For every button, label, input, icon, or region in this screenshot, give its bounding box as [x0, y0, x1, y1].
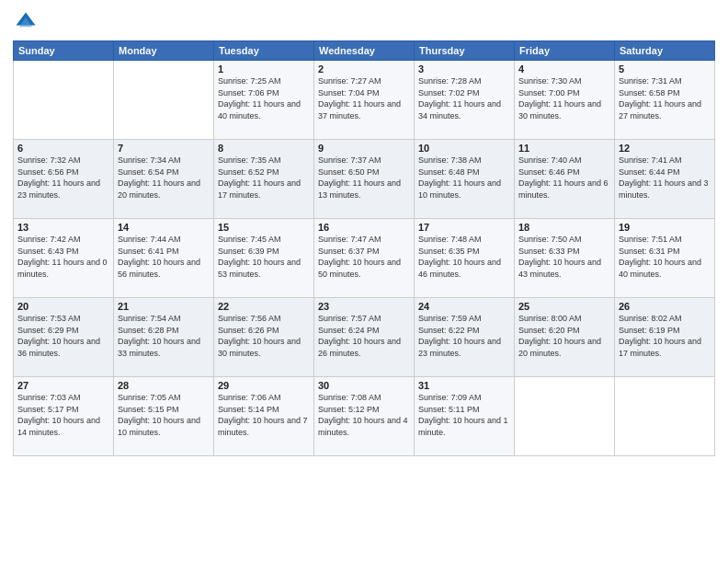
- day-number: 20: [17, 301, 109, 312]
- day-number: 30: [318, 380, 410, 391]
- day-number: 29: [218, 380, 310, 391]
- day-cell: 6Sunrise: 7:32 AM Sunset: 6:56 PM Daylig…: [14, 140, 114, 219]
- day-detail: Sunrise: 7:28 AM Sunset: 7:02 PM Dayligh…: [418, 75, 510, 121]
- day-cell: 7Sunrise: 7:34 AM Sunset: 6:54 PM Daylig…: [114, 140, 214, 219]
- day-cell: 20Sunrise: 7:53 AM Sunset: 6:29 PM Dayli…: [14, 298, 114, 377]
- day-cell: 30Sunrise: 7:08 AM Sunset: 5:12 PM Dayli…: [314, 377, 415, 456]
- day-cell: 14Sunrise: 7:44 AM Sunset: 6:41 PM Dayli…: [114, 219, 214, 298]
- day-detail: Sunrise: 7:03 AM Sunset: 5:17 PM Dayligh…: [17, 392, 109, 438]
- weekday-header-monday: Monday: [114, 41, 214, 61]
- day-number: 13: [17, 222, 109, 233]
- page: SundayMondayTuesdayWednesdayThursdayFrid…: [0, 0, 728, 563]
- day-detail: Sunrise: 7:31 AM Sunset: 6:58 PM Dayligh…: [619, 75, 711, 121]
- day-number: 24: [418, 301, 510, 312]
- day-detail: Sunrise: 7:56 AM Sunset: 6:26 PM Dayligh…: [218, 313, 310, 359]
- week-row-2: 6Sunrise: 7:32 AM Sunset: 6:56 PM Daylig…: [14, 140, 715, 219]
- weekday-header-tuesday: Tuesday: [214, 41, 314, 61]
- day-cell: 10Sunrise: 7:38 AM Sunset: 6:48 PM Dayli…: [415, 140, 515, 219]
- day-number: 31: [418, 380, 510, 391]
- day-number: 17: [418, 222, 510, 233]
- day-detail: Sunrise: 7:30 AM Sunset: 7:00 PM Dayligh…: [518, 75, 610, 121]
- day-detail: Sunrise: 7:38 AM Sunset: 6:48 PM Dayligh…: [418, 155, 510, 201]
- week-row-1: 1Sunrise: 7:25 AM Sunset: 7:06 PM Daylig…: [14, 61, 715, 140]
- calendar-table: SundayMondayTuesdayWednesdayThursdayFrid…: [13, 40, 715, 456]
- day-number: 4: [518, 63, 610, 75]
- day-number: 6: [17, 143, 109, 154]
- weekday-header-wednesday: Wednesday: [314, 41, 415, 61]
- day-cell: 28Sunrise: 7:05 AM Sunset: 5:15 PM Dayli…: [114, 377, 214, 456]
- logo: [13, 9, 42, 35]
- day-number: 11: [518, 143, 610, 154]
- day-cell: 1Sunrise: 7:25 AM Sunset: 7:06 PM Daylig…: [214, 61, 314, 140]
- day-detail: Sunrise: 7:42 AM Sunset: 6:43 PM Dayligh…: [17, 234, 109, 280]
- day-detail: Sunrise: 7:48 AM Sunset: 6:35 PM Dayligh…: [418, 234, 510, 280]
- day-number: 8: [218, 143, 310, 154]
- day-detail: Sunrise: 7:44 AM Sunset: 6:41 PM Dayligh…: [118, 234, 210, 280]
- day-cell: 4Sunrise: 7:30 AM Sunset: 7:00 PM Daylig…: [515, 61, 615, 140]
- day-cell: 19Sunrise: 7:51 AM Sunset: 6:31 PM Dayli…: [615, 219, 715, 298]
- day-cell: 25Sunrise: 8:00 AM Sunset: 6:20 PM Dayli…: [515, 298, 615, 377]
- day-cell: 15Sunrise: 7:45 AM Sunset: 6:39 PM Dayli…: [214, 219, 314, 298]
- day-number: 18: [518, 222, 610, 233]
- day-detail: Sunrise: 7:41 AM Sunset: 6:44 PM Dayligh…: [619, 155, 711, 201]
- day-number: 14: [118, 222, 210, 233]
- day-number: 12: [619, 143, 711, 154]
- day-detail: Sunrise: 7:32 AM Sunset: 6:56 PM Dayligh…: [17, 155, 109, 201]
- day-detail: Sunrise: 7:45 AM Sunset: 6:39 PM Dayligh…: [218, 234, 310, 280]
- day-number: 19: [619, 222, 711, 233]
- day-cell: 23Sunrise: 7:57 AM Sunset: 6:24 PM Dayli…: [314, 298, 415, 377]
- day-cell: 21Sunrise: 7:54 AM Sunset: 6:28 PM Dayli…: [114, 298, 214, 377]
- day-detail: Sunrise: 7:54 AM Sunset: 6:28 PM Dayligh…: [118, 313, 210, 359]
- day-number: 28: [118, 380, 210, 391]
- day-detail: Sunrise: 7:37 AM Sunset: 6:50 PM Dayligh…: [318, 155, 410, 201]
- day-detail: Sunrise: 7:06 AM Sunset: 5:14 PM Dayligh…: [218, 392, 310, 438]
- day-number: 10: [418, 143, 510, 154]
- day-number: 2: [318, 63, 410, 75]
- day-cell: 26Sunrise: 8:02 AM Sunset: 6:19 PM Dayli…: [615, 298, 715, 377]
- day-number: 9: [318, 143, 410, 154]
- day-number: 21: [118, 301, 210, 312]
- header: [13, 9, 715, 35]
- day-cell: 3Sunrise: 7:28 AM Sunset: 7:02 PM Daylig…: [415, 61, 515, 140]
- week-row-5: 27Sunrise: 7:03 AM Sunset: 5:17 PM Dayli…: [14, 377, 715, 456]
- day-detail: Sunrise: 7:25 AM Sunset: 7:06 PM Dayligh…: [218, 75, 310, 121]
- week-row-4: 20Sunrise: 7:53 AM Sunset: 6:29 PM Dayli…: [14, 298, 715, 377]
- day-cell: [14, 61, 114, 140]
- day-cell: 9Sunrise: 7:37 AM Sunset: 6:50 PM Daylig…: [314, 140, 415, 219]
- day-cell: 24Sunrise: 7:59 AM Sunset: 6:22 PM Dayli…: [415, 298, 515, 377]
- day-cell: 29Sunrise: 7:06 AM Sunset: 5:14 PM Dayli…: [214, 377, 314, 456]
- day-cell: 16Sunrise: 7:47 AM Sunset: 6:37 PM Dayli…: [314, 219, 415, 298]
- day-number: 5: [619, 63, 711, 75]
- day-detail: Sunrise: 7:27 AM Sunset: 7:04 PM Dayligh…: [318, 75, 410, 121]
- day-cell: 17Sunrise: 7:48 AM Sunset: 6:35 PM Dayli…: [415, 219, 515, 298]
- day-detail: Sunrise: 7:53 AM Sunset: 6:29 PM Dayligh…: [17, 313, 109, 359]
- day-cell: [615, 377, 715, 456]
- day-detail: Sunrise: 7:35 AM Sunset: 6:52 PM Dayligh…: [218, 155, 310, 201]
- day-number: 1: [218, 63, 310, 75]
- day-cell: 27Sunrise: 7:03 AM Sunset: 5:17 PM Dayli…: [14, 377, 114, 456]
- day-detail: Sunrise: 7:05 AM Sunset: 5:15 PM Dayligh…: [118, 392, 210, 438]
- day-detail: Sunrise: 7:40 AM Sunset: 6:46 PM Dayligh…: [518, 155, 610, 201]
- day-cell: 31Sunrise: 7:09 AM Sunset: 5:11 PM Dayli…: [415, 377, 515, 456]
- day-number: 27: [17, 380, 109, 391]
- day-cell: 18Sunrise: 7:50 AM Sunset: 6:33 PM Dayli…: [515, 219, 615, 298]
- day-number: 26: [619, 301, 711, 312]
- weekday-header-row: SundayMondayTuesdayWednesdayThursdayFrid…: [14, 41, 715, 61]
- weekday-header-friday: Friday: [515, 41, 615, 61]
- day-number: 15: [218, 222, 310, 233]
- day-detail: Sunrise: 7:51 AM Sunset: 6:31 PM Dayligh…: [619, 234, 711, 280]
- day-cell: 13Sunrise: 7:42 AM Sunset: 6:43 PM Dayli…: [14, 219, 114, 298]
- week-row-3: 13Sunrise: 7:42 AM Sunset: 6:43 PM Dayli…: [14, 219, 715, 298]
- weekday-header-saturday: Saturday: [615, 41, 715, 61]
- day-cell: 12Sunrise: 7:41 AM Sunset: 6:44 PM Dayli…: [615, 140, 715, 219]
- day-cell: 2Sunrise: 7:27 AM Sunset: 7:04 PM Daylig…: [314, 61, 415, 140]
- day-detail: Sunrise: 7:57 AM Sunset: 6:24 PM Dayligh…: [318, 313, 410, 359]
- day-detail: Sunrise: 7:34 AM Sunset: 6:54 PM Dayligh…: [118, 155, 210, 201]
- day-cell: 11Sunrise: 7:40 AM Sunset: 6:46 PM Dayli…: [515, 140, 615, 219]
- day-detail: Sunrise: 8:02 AM Sunset: 6:19 PM Dayligh…: [619, 313, 711, 359]
- weekday-header-sunday: Sunday: [14, 41, 114, 61]
- day-detail: Sunrise: 7:09 AM Sunset: 5:11 PM Dayligh…: [418, 392, 510, 438]
- day-cell: [114, 61, 214, 140]
- day-cell: [515, 377, 615, 456]
- day-detail: Sunrise: 8:00 AM Sunset: 6:20 PM Dayligh…: [518, 313, 610, 359]
